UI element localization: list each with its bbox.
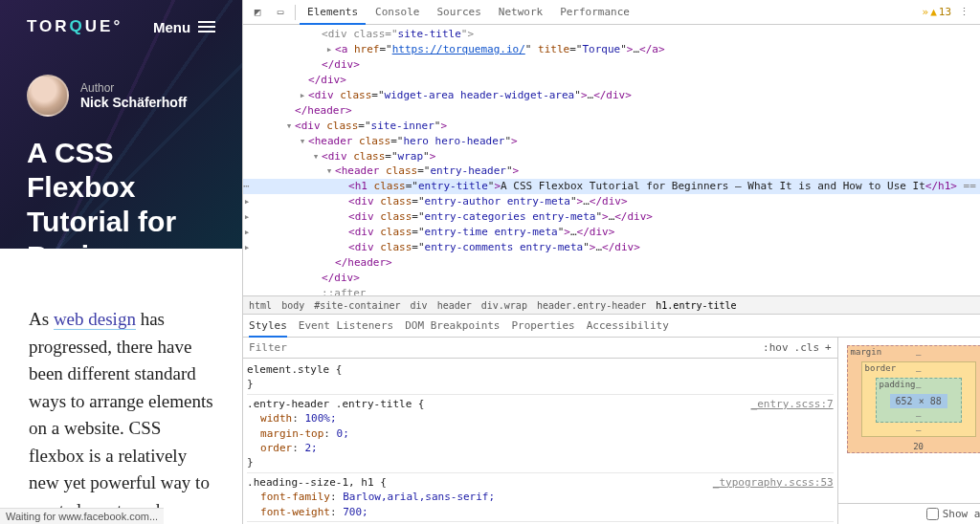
hero: TORQUE° Menu Author Nick Schäferhoff A C… (0, 0, 242, 249)
box-model: margin– border– padding– 652 × 88 – – 20… (838, 338, 980, 524)
menu-button[interactable]: Menu (153, 19, 215, 35)
styles-filter-input[interactable] (249, 341, 757, 354)
tab-elements[interactable]: Elements (300, 0, 366, 25)
article-body: As web design has progressed, there have… (0, 249, 242, 524)
pane-dom[interactable]: DOM Breakpoints (405, 319, 500, 332)
browser-status: Waiting for www.facebook.com... (0, 508, 164, 524)
pane-a11y[interactable]: Accessibility (587, 319, 669, 332)
pane-props[interactable]: Properties (512, 319, 575, 332)
tab-network[interactable]: Network (491, 0, 550, 25)
website-pane: TORQUE° Menu Author Nick Schäferhoff A C… (0, 0, 242, 524)
styles-panel: :hov .cls + element.style {}.entry-heade… (243, 338, 838, 524)
caret-icon[interactable]: ▸ (323, 42, 335, 57)
device-icon[interactable]: ▭ (270, 3, 291, 22)
tab-console[interactable]: Console (368, 0, 427, 25)
warning-badge[interactable]: » ▲13 (923, 6, 952, 18)
avatar (27, 75, 69, 117)
author-name[interactable]: Nick Schäferhoff (80, 95, 187, 110)
devtools-toolbar: ◩ ▭ Elements Console Sources Network Per… (243, 0, 980, 25)
kebab-icon[interactable]: ⋮ (953, 6, 975, 18)
hamburger-icon (198, 21, 215, 33)
box-content: 652 × 88 (890, 394, 947, 408)
styles-tabs: Styles Event Listeners DOM Breakpoints P… (243, 315, 980, 338)
hov-button[interactable]: :hov (763, 341, 789, 354)
inspect-icon[interactable]: ◩ (247, 3, 268, 22)
site-logo[interactable]: TORQUE° (27, 17, 122, 36)
tab-sources[interactable]: Sources (429, 0, 488, 25)
author-label: Author (80, 81, 187, 95)
pane-styles[interactable]: Styles (249, 315, 287, 338)
breadcrumb[interactable]: htmlbody#site-containerdivheaderdiv.wrap… (243, 295, 980, 315)
show-all-checkbox[interactable] (926, 508, 939, 520)
add-rule-button[interactable]: + (825, 341, 832, 354)
page-title: A CSS Flexbox Tutorial for Beginners – W… (27, 136, 215, 249)
pane-event[interactable]: Event Listeners (299, 319, 393, 332)
web-design-link[interactable]: web design (54, 309, 136, 330)
tab-performance[interactable]: Performance (552, 0, 637, 25)
cls-button[interactable]: .cls (794, 341, 820, 354)
devtools-pane: ◩ ▭ Elements Console Sources Network Per… (242, 0, 980, 524)
dom-tree[interactable]: <div class="site-title"> ▸<a href="https… (243, 25, 980, 295)
dom-selected-node[interactable]: ⋯<h1 class="entry-title">A CSS Flexbox T… (243, 179, 980, 194)
